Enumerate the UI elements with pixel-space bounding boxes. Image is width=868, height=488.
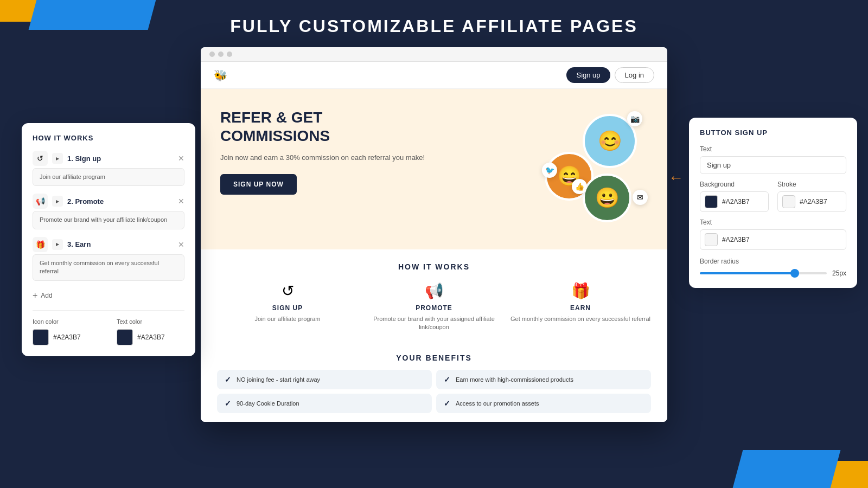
benefit-item-3: ✓ 90-day Cookie Duration bbox=[217, 394, 432, 413]
check-icon-1: ✓ bbox=[225, 375, 231, 384]
hiw-item-3-desc: Get monthly commission on every successf… bbox=[33, 254, 184, 281]
step-earn: 🎁 EARN Get monthly commission on every s… bbox=[510, 282, 651, 332]
benefit-item-4: ✓ Access to our promotion assets bbox=[436, 394, 651, 413]
bg-label: Background bbox=[700, 181, 769, 188]
benefit-item-1: ✓ NO joining fee - start right away bbox=[217, 370, 432, 389]
browser-bar bbox=[201, 47, 667, 62]
slider-track[interactable] bbox=[700, 272, 827, 274]
affiliate-logo: 🐝 bbox=[214, 69, 227, 82]
affiliate-nav: 🐝 Sign up Log in bbox=[201, 62, 667, 89]
color-controls: Icon color #A2A3B7 Text color #A2A3B7 bbox=[33, 310, 184, 345]
hiw-item-1-close[interactable]: ✕ bbox=[178, 154, 184, 163]
slider-value: 25px bbox=[832, 269, 846, 277]
stroke-color-row[interactable]: #A2A3B7 bbox=[777, 191, 846, 212]
hero-avatars: 😊 😄 😀 📷 🐦 👍 ✉ bbox=[539, 108, 648, 239]
stroke-swatch bbox=[782, 195, 795, 208]
check-icon-4: ✓ bbox=[444, 399, 450, 408]
border-radius-label: Border radius bbox=[700, 258, 846, 265]
benefit-text-4: Access to our promotion assets bbox=[456, 400, 539, 407]
text-label-2: Text bbox=[700, 219, 846, 226]
step-signup-label: SIGN UP bbox=[217, 304, 358, 312]
hiw-item-2-play[interactable]: ▶ bbox=[52, 196, 63, 207]
step-promote-icon: 📢 bbox=[363, 282, 505, 300]
step-signup-icon: ↺ bbox=[217, 282, 358, 300]
text-color-swatch[interactable] bbox=[117, 329, 133, 345]
bg-hex: #A2A3B7 bbox=[722, 198, 750, 206]
how-it-works-section: HOW IT WORKS ↺ SIGN UP Join our affiliat… bbox=[201, 249, 667, 345]
benefits-grid: ✓ NO joining fee - start right away ✓ Ea… bbox=[217, 370, 651, 413]
step-signup: ↺ SIGN UP Join our affiliate program bbox=[217, 282, 358, 332]
avatar-3: 😀 bbox=[583, 174, 631, 222]
border-radius-section: Border radius 25px bbox=[700, 258, 846, 277]
check-icon-2: ✓ bbox=[444, 375, 450, 384]
hiw-item-1-desc: Join our affiliate program bbox=[33, 168, 184, 186]
hiw-item-2-icon: 📢 bbox=[33, 194, 48, 209]
text-input[interactable] bbox=[700, 156, 846, 174]
text-hex: #A2A3B7 bbox=[722, 236, 750, 243]
benefits-section: YOUR BENEFITS ✓ NO joining fee - start r… bbox=[201, 345, 667, 422]
icon-color-control: Icon color #A2A3B7 bbox=[33, 318, 100, 345]
text-color-hex: #A2A3B7 bbox=[137, 333, 165, 341]
step-signup-desc: Join our affiliate program bbox=[217, 315, 358, 323]
signup-panel: BUTTON SIGN UP Text Background #A2A3B7 S… bbox=[689, 118, 857, 288]
step-earn-desc: Get monthly commission on every successf… bbox=[510, 315, 651, 323]
mail-icon: ✉ bbox=[633, 190, 648, 205]
nav-buttons: Sign up Log in bbox=[566, 67, 654, 83]
hiw-panel: HOW IT WORKS ↺ ▶ 1. Sign up ✕ Join our a… bbox=[22, 123, 195, 356]
hero-cta-button[interactable]: SIGN UP NOW bbox=[220, 174, 297, 195]
benefits-title: YOUR BENEFITS bbox=[217, 354, 651, 362]
benefit-text-2: Earn more with high-commissioned product… bbox=[456, 376, 573, 383]
hero-section: REFER & GET COMMISSIONS Join now and ear… bbox=[201, 89, 667, 249]
hiw-steps: ↺ SIGN UP Join our affiliate program 📢 P… bbox=[217, 282, 651, 332]
hiw-item-3-play[interactable]: ▶ bbox=[52, 239, 63, 250]
text-color-label: Text color bbox=[117, 318, 184, 325]
hiw-item-3-close[interactable]: ✕ bbox=[178, 240, 184, 249]
facebook-icon: 👍 bbox=[572, 179, 587, 194]
person-1: 😊 bbox=[585, 116, 635, 166]
icon-color-label: Icon color bbox=[33, 318, 100, 325]
browser-dot-3 bbox=[227, 52, 232, 57]
hiw-item-3-name: 3. Earn bbox=[67, 240, 174, 248]
hiw-section-title: HOW IT WORKS bbox=[217, 262, 651, 271]
icon-color-hex: #A2A3B7 bbox=[53, 333, 81, 341]
bg-swatch bbox=[705, 195, 718, 208]
hero-title: REFER & GET COMMISSIONS bbox=[220, 108, 426, 145]
hiw-add-label: Add bbox=[41, 292, 52, 299]
nav-signup-button[interactable]: Sign up bbox=[566, 67, 610, 83]
text-color-row[interactable]: #A2A3B7 bbox=[700, 229, 846, 250]
bg-color-row[interactable]: #A2A3B7 bbox=[700, 191, 769, 212]
hiw-item-2-close[interactable]: ✕ bbox=[178, 197, 184, 206]
hero-desc: Join now and earn a 30% commission on ea… bbox=[220, 152, 426, 163]
hiw-item-1-play[interactable]: ▶ bbox=[52, 153, 63, 164]
text-color-control: Text color #A2A3B7 bbox=[117, 318, 184, 345]
stroke-col: Stroke #A2A3B7 bbox=[777, 181, 846, 212]
hiw-item-2: 📢 ▶ 2. Promote ✕ Promote our brand with … bbox=[33, 194, 184, 229]
hiw-add-button[interactable]: + Add bbox=[33, 288, 53, 303]
browser-mockup: 🐝 Sign up Log in REFER & GET COMMISSIONS… bbox=[201, 47, 667, 422]
slider-fill bbox=[700, 272, 795, 274]
icon-color-swatch[interactable] bbox=[33, 329, 49, 345]
nav-login-button[interactable]: Log in bbox=[615, 67, 654, 83]
browser-dot-2 bbox=[218, 52, 224, 57]
hiw-item-3-icon: 🎁 bbox=[33, 237, 48, 252]
hiw-item-3: 🎁 ▶ 3. Earn ✕ Get monthly commission on … bbox=[33, 237, 184, 281]
step-promote-label: PROMOTE bbox=[363, 304, 505, 312]
benefit-text-3: 90-day Cookie Duration bbox=[237, 400, 299, 407]
page-title: FULLY CUSTOMIZABLE AFFILIATE PAGES bbox=[0, 0, 868, 47]
hiw-panel-title: HOW IT WORKS bbox=[33, 134, 184, 142]
main-container: HOW IT WORKS ↺ ▶ 1. Sign up ✕ Join our a… bbox=[0, 47, 868, 422]
step-earn-icon: 🎁 bbox=[510, 282, 651, 300]
check-icon-3: ✓ bbox=[225, 399, 231, 408]
hiw-item-1-name: 1. Sign up bbox=[67, 155, 174, 163]
hero-text: REFER & GET COMMISSIONS Join now and ear… bbox=[220, 108, 426, 195]
person-3: 😀 bbox=[585, 176, 629, 220]
benefit-item-2: ✓ Earn more with high-commissioned produ… bbox=[436, 370, 651, 389]
text-field-label: Text bbox=[700, 145, 846, 153]
twitter-icon: 🐦 bbox=[542, 163, 557, 178]
plus-icon: + bbox=[33, 291, 37, 300]
arrow-connector: ← bbox=[668, 169, 684, 187]
hiw-item-1-icon: ↺ bbox=[33, 151, 48, 166]
slider-thumb[interactable] bbox=[790, 269, 799, 278]
text-color-swatch bbox=[705, 233, 718, 246]
signup-panel-title: BUTTON SIGN UP bbox=[700, 129, 846, 137]
